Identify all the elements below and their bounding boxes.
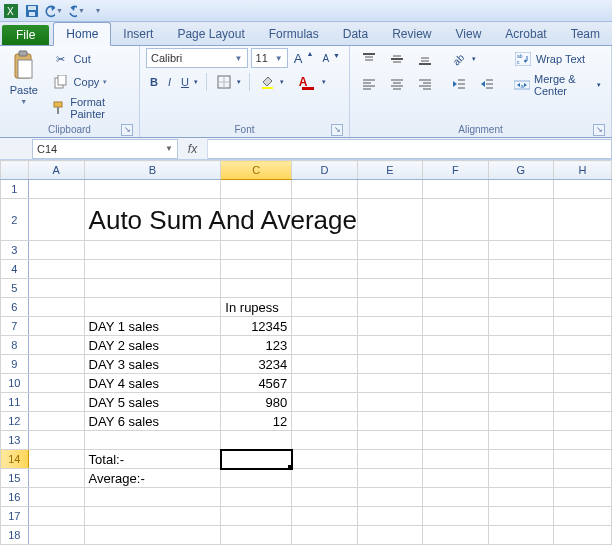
cell-C11[interactable]: 980 (221, 393, 292, 412)
align-top-button[interactable] (356, 48, 382, 70)
cell-D15[interactable] (292, 469, 357, 488)
col-header-E[interactable]: E (357, 161, 422, 180)
row-header-14[interactable]: 14 (1, 450, 29, 469)
cell-C6[interactable]: In rupess (221, 298, 292, 317)
select-all-corner[interactable] (1, 161, 29, 180)
cell-G4[interactable] (488, 260, 553, 279)
cell-E11[interactable] (357, 393, 422, 412)
tab-acrobat[interactable]: Acrobat (493, 23, 558, 45)
row-header-1[interactable]: 1 (1, 180, 29, 199)
row-header-4[interactable]: 4 (1, 260, 29, 279)
wrap-text-button[interactable]: abc Wrap Text (510, 48, 605, 70)
align-right-button[interactable] (412, 73, 438, 95)
col-header-G[interactable]: G (488, 161, 553, 180)
font-name-select[interactable]: Calibri▼ (146, 48, 248, 68)
cell-A11[interactable] (28, 393, 84, 412)
fx-icon[interactable]: fx (178, 139, 208, 159)
cell-A13[interactable] (28, 431, 84, 450)
tab-team[interactable]: Team (559, 23, 612, 45)
cell-C15[interactable] (221, 469, 292, 488)
row-header-13[interactable]: 13 (1, 431, 29, 450)
cell-B1[interactable] (84, 180, 221, 199)
cell-A8[interactable] (28, 336, 84, 355)
cell-G17[interactable] (488, 507, 553, 526)
cell-F15[interactable] (423, 469, 488, 488)
cell-F12[interactable] (423, 412, 488, 431)
cell-A17[interactable] (28, 507, 84, 526)
cell-C16[interactable] (221, 488, 292, 507)
italic-button[interactable]: I (164, 74, 175, 90)
cell-E17[interactable] (357, 507, 422, 526)
cell-B15[interactable]: Average:- (84, 469, 221, 488)
redo-button[interactable]: ▼ (66, 2, 86, 20)
cell-E10[interactable] (357, 374, 422, 393)
tab-formulas[interactable]: Formulas (257, 23, 331, 45)
cell-G6[interactable] (488, 298, 553, 317)
cell-H15[interactable] (554, 469, 612, 488)
row-header-16[interactable]: 16 (1, 488, 29, 507)
bold-button[interactable]: B (146, 74, 162, 90)
col-header-A[interactable]: A (28, 161, 84, 180)
cell-F7[interactable] (423, 317, 488, 336)
row-header-9[interactable]: 9 (1, 355, 29, 374)
cell-C12[interactable]: 12 (221, 412, 292, 431)
cell-F5[interactable] (423, 279, 488, 298)
cell-D13[interactable] (292, 431, 357, 450)
cell-D16[interactable] (292, 488, 357, 507)
tab-file[interactable]: File (2, 25, 49, 45)
cell-A18[interactable] (28, 526, 84, 545)
cell-E15[interactable] (357, 469, 422, 488)
cell-F13[interactable] (423, 431, 488, 450)
row-header-6[interactable]: 6 (1, 298, 29, 317)
cell-E12[interactable] (357, 412, 422, 431)
copy-button[interactable]: Copy ▾ (48, 71, 133, 93)
cell-B16[interactable] (84, 488, 221, 507)
cell-D12[interactable] (292, 412, 357, 431)
cell-E2[interactable] (357, 199, 422, 241)
cut-button[interactable]: ✂ Cut (48, 48, 133, 70)
cell-D8[interactable] (292, 336, 357, 355)
align-left-button[interactable] (356, 73, 382, 95)
cell-E8[interactable] (357, 336, 422, 355)
cell-B17[interactable] (84, 507, 221, 526)
cell-G5[interactable] (488, 279, 553, 298)
cell-E6[interactable] (357, 298, 422, 317)
cell-F17[interactable] (423, 507, 488, 526)
cell-D14[interactable] (292, 450, 357, 469)
cell-D17[interactable] (292, 507, 357, 526)
cell-E3[interactable] (357, 241, 422, 260)
cell-B3[interactable] (84, 241, 221, 260)
row-header-2[interactable]: 2 (1, 199, 29, 241)
cell-A9[interactable] (28, 355, 84, 374)
cell-G18[interactable] (488, 526, 553, 545)
row-header-11[interactable]: 11 (1, 393, 29, 412)
cell-B14[interactable]: Total:- (84, 450, 221, 469)
cell-F4[interactable] (423, 260, 488, 279)
row-header-12[interactable]: 12 (1, 412, 29, 431)
cell-A10[interactable] (28, 374, 84, 393)
tab-view[interactable]: View (444, 23, 494, 45)
cell-A5[interactable] (28, 279, 84, 298)
cell-C17[interactable] (221, 507, 292, 526)
cell-D9[interactable] (292, 355, 357, 374)
cell-D3[interactable] (292, 241, 357, 260)
tab-page-layout[interactable]: Page Layout (165, 23, 256, 45)
undo-button[interactable]: ▼ (44, 2, 64, 20)
qat-customize-button[interactable]: ▾ (88, 2, 108, 20)
alignment-launcher[interactable]: ↘ (593, 124, 605, 136)
decrease-indent-button[interactable] (446, 73, 472, 95)
row-header-3[interactable]: 3 (1, 241, 29, 260)
save-button[interactable] (22, 2, 42, 20)
cell-B10[interactable]: DAY 4 sales (84, 374, 221, 393)
cell-A16[interactable] (28, 488, 84, 507)
cell-H5[interactable] (554, 279, 612, 298)
cell-B6[interactable] (84, 298, 221, 317)
cell-H16[interactable] (554, 488, 612, 507)
col-header-B[interactable]: B (84, 161, 221, 180)
cell-D10[interactable] (292, 374, 357, 393)
orientation-button[interactable]: ab▾ (446, 48, 480, 70)
cell-D18[interactable] (292, 526, 357, 545)
tab-insert[interactable]: Insert (111, 23, 165, 45)
cell-B7[interactable]: DAY 1 sales (84, 317, 221, 336)
cell-F14[interactable] (423, 450, 488, 469)
